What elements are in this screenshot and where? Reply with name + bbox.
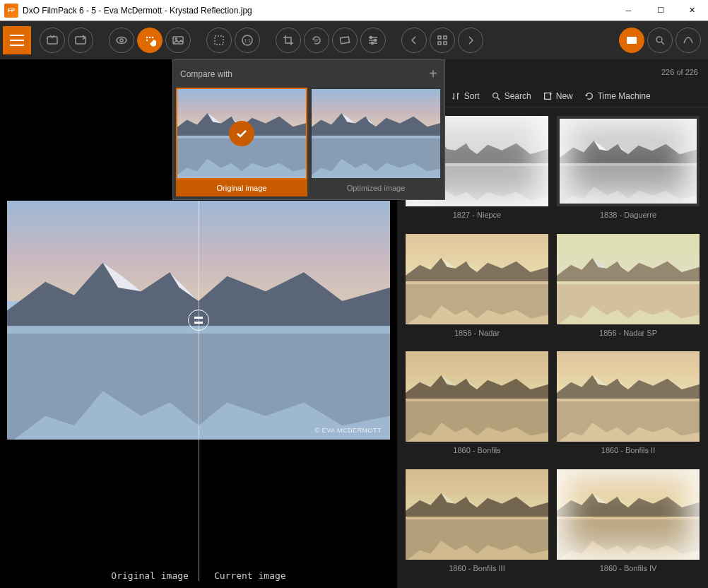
rotate-button[interactable]: 90° <box>304 28 329 53</box>
preset-label: 1856 - Nadar <box>406 324 548 341</box>
compare-item-label: Original image <box>176 180 307 196</box>
svg-point-8 <box>117 37 126 44</box>
preset-label: 1827 - Niepce <box>406 206 548 223</box>
open-image-button[interactable] <box>40 28 65 53</box>
toolbar: 1:1 90° <box>0 21 708 59</box>
compare-item-optimized[interactable]: Optimized image <box>310 88 442 196</box>
preset-item[interactable]: 1860 - Bonfils IV <box>557 469 700 580</box>
preset-item[interactable]: 1860 - Bonfils II <box>557 351 700 462</box>
preset-label: 1856 - Nadar SP <box>557 324 700 341</box>
svg-point-21 <box>370 37 372 39</box>
preset-item[interactable]: 1860 - Bonfils <box>406 351 548 462</box>
svg-rect-20 <box>341 37 350 44</box>
compare-item-original[interactable]: Original image <box>176 88 307 196</box>
svg-point-13 <box>146 40 148 41</box>
svg-text:1:1: 1:1 <box>244 38 251 43</box>
svg-rect-16 <box>215 36 223 45</box>
window-title: DxO FilmPack 6 - 5 - Eva McDermott - Kry… <box>23 6 613 16</box>
preset-label: 1860 - Bonfils III <box>406 560 548 577</box>
preset-label: 1860 - Bonfils <box>406 442 548 459</box>
adjust-button[interactable] <box>360 28 386 53</box>
close-button[interactable]: ✕ <box>676 0 708 21</box>
svg-rect-31 <box>194 322 203 324</box>
compare-title: Compare with <box>180 69 232 79</box>
svg-point-15 <box>175 38 177 40</box>
new-button[interactable]: New <box>543 91 573 101</box>
zoom-1to1-button[interactable]: 1:1 <box>235 28 260 53</box>
split-divider[interactable] <box>199 201 199 581</box>
svg-rect-26 <box>438 42 441 45</box>
preset-item[interactable]: 1856 - Nadar <box>406 234 548 345</box>
search-panel-button[interactable] <box>647 28 673 53</box>
svg-point-23 <box>372 42 374 45</box>
check-icon <box>229 121 254 146</box>
compare-add-button[interactable]: + <box>429 66 437 82</box>
svg-rect-33 <box>544 93 550 99</box>
svg-rect-27 <box>444 42 447 45</box>
menu-button[interactable] <box>3 26 31 54</box>
svg-rect-5 <box>10 45 24 46</box>
preview-button[interactable] <box>109 28 134 53</box>
preset-label: 1860 - Bonfils II <box>557 442 700 459</box>
compare-button[interactable] <box>137 28 163 53</box>
preset-counter: 226 of 226 <box>661 68 698 76</box>
prev-button[interactable] <box>401 28 427 53</box>
app-icon: FP <box>4 4 18 18</box>
straighten-button[interactable] <box>332 28 358 53</box>
preview-canvas[interactable]: © EVA MCDERMOTT <box>7 201 390 440</box>
minimize-button[interactable]: ─ <box>613 0 644 21</box>
preset-label: 1860 - Bonfils IV <box>557 560 700 577</box>
svg-text:90°: 90° <box>314 38 319 42</box>
svg-point-11 <box>149 37 151 38</box>
svg-rect-3 <box>10 35 24 36</box>
svg-point-10 <box>146 37 148 38</box>
search-button[interactable]: Search <box>491 91 531 101</box>
compare-popup: Compare with + Original image Optimized … <box>172 59 445 200</box>
preset-label: 1838 - Daguerre <box>557 206 700 223</box>
preset-item[interactable]: 1838 - Daguerre <box>557 116 700 227</box>
crop-button[interactable] <box>276 28 301 53</box>
preset-item[interactable]: 1856 - Nadar SP <box>557 234 700 345</box>
compare-item-label: Optimized image <box>310 180 442 196</box>
titlebar: FP DxO FilmPack 6 - 5 - Eva McDermott - … <box>0 0 708 21</box>
svg-rect-4 <box>10 40 24 41</box>
svg-rect-30 <box>194 317 203 319</box>
svg-point-22 <box>374 40 377 42</box>
time-machine-button[interactable]: Time Machine <box>584 91 651 101</box>
preset-item[interactable]: 1860 - Bonfils III <box>406 469 548 580</box>
sort-button[interactable]: Sort <box>451 91 480 101</box>
maximize-button[interactable]: ☐ <box>644 0 676 21</box>
svg-point-12 <box>152 37 153 38</box>
viewer-right-label: Current image <box>214 570 286 581</box>
grid-button[interactable] <box>430 28 455 53</box>
fit-button[interactable] <box>206 28 232 53</box>
svg-point-29 <box>656 37 662 42</box>
svg-rect-25 <box>444 36 447 39</box>
presets-panel-button[interactable] <box>619 28 644 53</box>
next-button[interactable] <box>458 28 483 53</box>
histogram-button[interactable] <box>675 28 701 53</box>
viewer-left-label: Original image <box>111 570 189 581</box>
svg-rect-24 <box>438 36 441 39</box>
svg-point-32 <box>492 93 497 98</box>
split-handle[interactable] <box>188 310 209 331</box>
save-image-button[interactable] <box>68 28 93 53</box>
svg-point-9 <box>120 39 123 42</box>
single-view-button[interactable] <box>165 28 191 53</box>
svg-rect-28 <box>627 37 637 44</box>
watermark: © EVA MCDERMOTT <box>315 427 382 434</box>
